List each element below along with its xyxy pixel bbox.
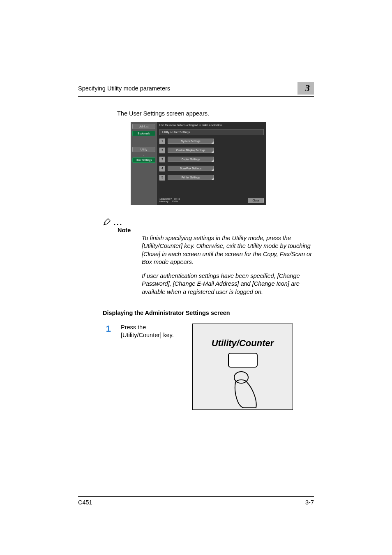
- custom-display-settings-button[interactable]: Custom Display Settings: [168, 148, 214, 153]
- utility-tab[interactable]: Utility: [132, 147, 155, 152]
- note-paragraph: If user authentication settings have bee…: [142, 272, 314, 296]
- intro-text: The User Settings screen appears.: [117, 110, 314, 118]
- menu-number: 5: [159, 175, 165, 180]
- menu-row: 4 Scan/Fax Settings: [159, 166, 264, 171]
- bookmark-tab[interactable]: Bookmark: [132, 131, 155, 136]
- pen-icon: [103, 217, 112, 226]
- note-dots-icon: ...: [113, 220, 123, 226]
- note-block: ... Note To finish specifying settings i…: [103, 217, 314, 296]
- copier-settings-button[interactable]: Copier Settings: [168, 157, 214, 162]
- memory-label: Memory: [159, 200, 168, 203]
- utility-counter-key-illustration: Utility/Counter: [192, 324, 293, 410]
- scan-fax-settings-button[interactable]: Scan/Fax Settings: [168, 166, 214, 171]
- screen-hint: Use the menu buttons or keypad to make a…: [159, 124, 264, 127]
- menu-row: 2 Custom Display Settings: [159, 148, 264, 153]
- memory-value: 100%: [172, 200, 178, 203]
- note-icon-row: ...: [103, 217, 314, 226]
- menu-number: 3: [159, 157, 165, 162]
- step-text: Press the [Utility/Counter] key.: [121, 324, 182, 340]
- key-button-outline: [228, 353, 258, 368]
- close-button[interactable]: Close: [248, 198, 264, 203]
- menu-row: 5 Printer Settings: [159, 175, 264, 180]
- printer-settings-button[interactable]: Printer Settings: [168, 175, 214, 180]
- arrow-down-icon: ↓: [132, 153, 155, 157]
- screen-footer: 10/22/2007 09:42 Memory 100% Close: [159, 196, 264, 205]
- step-number: 1: [103, 324, 111, 334]
- header-rule: [78, 96, 314, 97]
- section-subheading: Displaying the Administrator Settings sc…: [103, 310, 314, 316]
- menu-number: 4: [159, 166, 165, 171]
- job-list-tab[interactable]: Job List: [132, 124, 155, 129]
- breadcrumb: Utility > User Settings: [159, 129, 264, 135]
- footer-rule: [78, 496, 314, 497]
- embedded-screenshot: Job List Bookmark Utility ↓ User Setting…: [131, 122, 266, 205]
- note-paragraph: To finish specifying settings in the Uti…: [142, 234, 314, 266]
- footer-page-number: 3-7: [305, 499, 314, 506]
- document-page: Specifying Utility mode parameters 3 The…: [0, 0, 392, 555]
- note-label: Note: [118, 227, 314, 234]
- menu-number: 1: [159, 139, 165, 144]
- menu-row: 1 System Settings: [159, 139, 264, 144]
- header-title: Specifying Utility mode parameters: [78, 85, 170, 92]
- finger-press-icon: [227, 371, 260, 408]
- page-footer: C451 3-7: [78, 499, 314, 506]
- menu-number: 2: [159, 148, 165, 153]
- step-row: 1 Press the [Utility/Counter] key. Utili…: [103, 324, 314, 410]
- user-settings-tab[interactable]: User Settings: [132, 157, 155, 163]
- screen-sidebar: Job List Bookmark Utility ↓ User Setting…: [131, 122, 157, 205]
- system-settings-button[interactable]: System Settings: [168, 139, 214, 144]
- chapter-number-badge: 3: [297, 82, 314, 95]
- footer-date: 10/22/2007 09:42 Memory 100%: [159, 198, 180, 203]
- footer-model: C451: [78, 499, 92, 506]
- menu-row: 3 Copier Settings: [159, 157, 264, 162]
- key-label: Utility/Counter: [193, 338, 293, 349]
- screen-main: Use the menu buttons or keypad to make a…: [157, 122, 266, 205]
- user-settings-screen: Job List Bookmark Utility ↓ User Setting…: [131, 122, 266, 205]
- page-header: Specifying Utility mode parameters 3: [78, 82, 314, 95]
